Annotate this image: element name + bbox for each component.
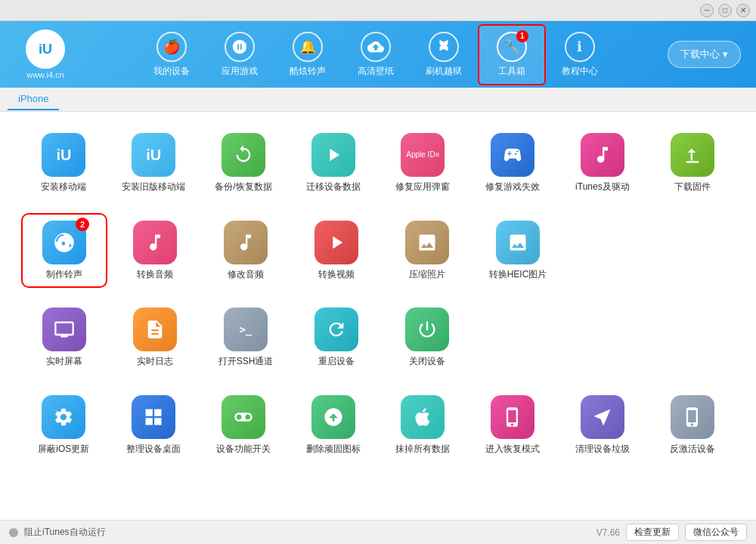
version-text: V7.66 — [596, 527, 620, 538]
tool-deactivate[interactable]: 反激活设备 — [651, 389, 733, 462]
tool-realtime-screen[interactable]: 实时屏幕 — [23, 301, 106, 374]
backup-restore-icon — [222, 133, 265, 177]
header: iU www.i4.cn 🍎 我的设备 应用游戏 🔔 酷炫铃声 — [0, 21, 756, 88]
itunes-driver-label: iTunes及驱动 — [575, 181, 630, 193]
nav-bar: 🍎 我的设备 应用游戏 🔔 酷炫铃声 高清壁纸 — [83, 24, 668, 85]
tool-migrate-data[interactable]: 迁移设备数据 — [292, 127, 374, 199]
tool-row-4: 屏蔽iOS更新 整理设备桌面 设备功能开关 — [23, 389, 733, 462]
logo-url: www.i4.cn — [26, 70, 64, 79]
tool-realtime-log[interactable]: 实时日志 — [113, 301, 197, 374]
tool-clean-junk[interactable]: 清理设备垃圾 — [562, 389, 644, 462]
nav-my-device-label: 我的设备 — [153, 65, 190, 78]
tool-organize-desktop[interactable]: 整理设备桌面 — [113, 389, 195, 462]
enter-recovery-label: 进入恢复模式 — [485, 444, 540, 456]
nav-my-device-icon: 🍎 — [156, 32, 187, 62]
tool-device-functions[interactable]: 设备功能开关 — [203, 389, 285, 462]
nav-tutorial-label: 教程中心 — [562, 65, 598, 78]
tool-backup-restore[interactable]: 备份/恢复数据 — [203, 127, 285, 199]
install-ipa-label: 安装移动端 — [41, 181, 86, 193]
tool-enter-recovery[interactable]: 进入恢复模式 — [472, 389, 554, 462]
tool-install-ipa[interactable]: iU 安装移动端 — [23, 127, 105, 199]
tool-erase-all-data[interactable]: 抹掉所有数据 — [382, 389, 464, 462]
nav-tutorial-icon: ℹ — [565, 32, 595, 62]
convert-audio-icon — [133, 221, 177, 264]
nav-ringtone[interactable]: 🔔 酷炫铃声 — [274, 26, 342, 84]
erase-all-data-label: 抹掉所有数据 — [395, 444, 450, 456]
tool-open-ssh[interactable]: >_ 打开SSH通道 — [204, 301, 287, 374]
title-bar: ─ □ ✕ — [0, 0, 756, 21]
enter-recovery-icon — [491, 395, 534, 439]
nav-toolbox-icon: 🔧 1 — [497, 32, 527, 62]
convert-heic-icon — [496, 221, 540, 264]
edit-audio-icon — [224, 221, 268, 264]
tool-itunes-driver[interactable]: iTunes及驱动 — [562, 127, 644, 199]
tool-reboot-device[interactable]: 重启设备 — [295, 301, 378, 374]
tool-compress-photo[interactable]: 压缩照片 — [386, 215, 469, 287]
fix-app-crash-icon: Apple ID≡ — [401, 133, 445, 177]
nav-app-games[interactable]: 应用游戏 — [206, 26, 274, 84]
status-left: 阻止iTunes自动运行 — [9, 526, 106, 539]
tool-edit-audio[interactable]: 修改音频 — [204, 215, 287, 287]
wechat-button[interactable]: 微信公众号 — [685, 524, 747, 541]
device-functions-icon — [222, 395, 265, 439]
migrate-data-label: 迁移设备数据 — [306, 181, 361, 193]
status-text: 阻止iTunes自动运行 — [24, 526, 106, 539]
tool-block-ios-update[interactable]: 屏蔽iOS更新 — [23, 389, 105, 462]
tool-fix-app-crash[interactable]: Apple ID≡ 修复应用弹窗 — [382, 127, 464, 199]
tool-fix-game[interactable]: 修复游戏失效 — [472, 127, 554, 199]
clean-junk-label: 清理设备垃圾 — [575, 444, 630, 456]
tool-make-ringtone[interactable]: 2 制作铃声 — [23, 215, 106, 287]
main-content: iU 安装移动端 iU 安装旧版移动端 备份/恢复数据 迁移设备数据 — [0, 112, 756, 520]
nav-jailbreak[interactable]: 刷机越狱 — [410, 26, 478, 84]
tab-iphone[interactable]: iPhone — [8, 88, 59, 110]
logo-icon: iU — [26, 29, 65, 69]
close-button[interactable]: ✕ — [736, 4, 750, 17]
itunes-driver-icon — [581, 133, 624, 177]
reboot-device-icon — [314, 308, 358, 351]
install-ipa-icon: iU — [42, 133, 85, 177]
deactivate-label: 反激活设备 — [670, 444, 715, 456]
convert-video-icon — [314, 221, 358, 264]
download-center-button[interactable]: 下载中心 ▾ — [668, 41, 741, 68]
compress-photo-icon — [405, 221, 449, 264]
tool-convert-heic[interactable]: 转换HEIC图片 — [476, 215, 559, 287]
nav-my-device[interactable]: 🍎 我的设备 — [138, 26, 206, 84]
nav-wallpaper[interactable]: 高清壁纸 — [342, 26, 410, 84]
tool-convert-audio[interactable]: 转换音频 — [113, 215, 197, 287]
convert-heic-label: 转换HEIC图片 — [489, 269, 547, 281]
device-functions-label: 设备功能开关 — [216, 444, 271, 456]
download-firmware-label: 下载固件 — [674, 181, 711, 193]
tool-delete-stubborn-icon[interactable]: 删除顽固图标 — [292, 389, 374, 462]
toolbox-badge: 1 — [516, 30, 528, 42]
nav-ringtone-icon: 🔔 — [293, 32, 323, 62]
realtime-screen-icon — [42, 308, 86, 351]
nav-wallpaper-icon — [361, 32, 391, 62]
shutdown-device-icon — [405, 308, 449, 351]
tool-convert-video[interactable]: 转换视频 — [295, 215, 378, 287]
tool-download-firmware[interactable]: 下载固件 — [651, 127, 733, 199]
check-update-button[interactable]: 检查更新 — [626, 524, 679, 541]
nav-jailbreak-label: 刷机越狱 — [426, 65, 462, 78]
nav-ringtone-label: 酷炫铃声 — [290, 65, 326, 78]
block-ios-update-icon — [42, 395, 85, 439]
tool-install-old[interactable]: iU 安装旧版移动端 — [113, 127, 195, 199]
reboot-device-label: 重启设备 — [318, 356, 355, 368]
nav-toolbox-label: 工具箱 — [498, 65, 525, 78]
logo-area: iU www.i4.cn — [8, 29, 83, 79]
convert-video-label: 转换视频 — [318, 269, 355, 281]
nav-tutorial[interactable]: ℹ 教程中心 — [546, 26, 614, 84]
tool-shutdown-device[interactable]: 关闭设备 — [386, 301, 469, 374]
status-bar: 阻止iTunes自动运行 V7.66 检查更新 微信公众号 — [0, 520, 756, 544]
make-ringtone-icon: 2 — [42, 221, 86, 264]
nav-toolbox[interactable]: 🔧 1 工具箱 — [478, 24, 546, 85]
maximize-button[interactable]: □ — [718, 4, 732, 17]
download-firmware-icon — [671, 133, 714, 177]
install-old-icon: iU — [132, 133, 175, 177]
nav-jailbreak-icon — [429, 32, 459, 62]
realtime-log-label: 实时日志 — [137, 356, 173, 368]
delete-stubborn-icon-icon — [311, 395, 355, 439]
minimize-button[interactable]: ─ — [700, 4, 714, 17]
edit-audio-label: 修改音频 — [228, 269, 264, 281]
organize-desktop-label: 整理设备桌面 — [126, 444, 181, 456]
fix-app-crash-label: 修复应用弹窗 — [395, 181, 450, 193]
